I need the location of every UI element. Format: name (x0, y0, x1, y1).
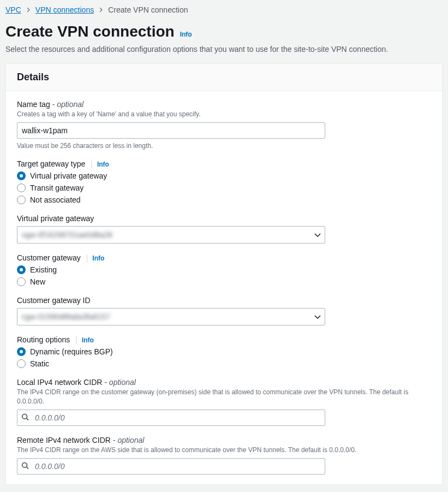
local-cidr-desc: The IPv4 CIDR range on the customer gate… (17, 388, 431, 406)
chevron-right-icon (26, 7, 31, 13)
svg-point-0 (22, 414, 27, 419)
radio-icon (17, 359, 26, 368)
field-local-ipv4-cidr: Local IPv4 network CIDR - optional The I… (17, 378, 431, 426)
radio-static[interactable]: Static (17, 359, 431, 368)
cgw-id-select-value: cgw-01590d8fa8a3fa8157 (22, 312, 110, 321)
field-customer-gateway: Customer gateway | Info Existing New (17, 253, 431, 286)
card-header: Details (6, 64, 442, 91)
field-remote-ipv4-cidr: Remote IPv4 network CIDR - optional The … (17, 436, 431, 475)
radio-label: New (30, 277, 45, 286)
radio-label: Not associated (30, 195, 81, 204)
radio-dynamic[interactable]: Dynamic (requires BGP) (17, 347, 431, 356)
info-link-page[interactable]: Info (180, 31, 192, 38)
page-title: Create VPN connection (5, 22, 175, 42)
chevron-right-icon (98, 7, 104, 13)
target-gateway-label: Target gateway type (17, 159, 85, 168)
radio-new[interactable]: New (17, 277, 431, 286)
field-name-tag: Name tag - optional Creates a tag with a… (17, 100, 431, 150)
field-routing-options: Routing options | Info Dynamic (requires… (17, 335, 431, 368)
breadcrumb-vpn-connections[interactable]: VPN connections (35, 5, 94, 14)
remote-cidr-desc: The IPv4 CIDR range on the AWS side that… (17, 446, 431, 455)
local-cidr-label: Local IPv4 network CIDR - optional (17, 378, 136, 387)
radio-icon (17, 171, 26, 180)
info-link-routing[interactable]: Info (82, 336, 94, 344)
svg-line-1 (27, 418, 29, 420)
radio-icon (17, 265, 26, 274)
card-title: Details (17, 72, 431, 83)
vpg-label: Virtual private gateway (17, 214, 94, 223)
name-tag-hint: Value must be 256 characters or less in … (17, 142, 431, 150)
radio-label: Transit gateway (30, 183, 83, 192)
vpg-select-value: vgw-0f16298701ae0d8a28 (22, 230, 112, 239)
radio-icon (17, 277, 26, 286)
customer-gateway-label: Customer gateway (17, 253, 81, 262)
page-subtitle: Select the resources and additional conf… (5, 45, 443, 54)
breadcrumb-current: Create VPN connection (108, 5, 188, 14)
name-tag-label: Name tag - optional (17, 100, 83, 109)
radio-label: Virtual private gateway (30, 171, 107, 180)
radio-virtual-private-gateway[interactable]: Virtual private gateway (17, 171, 431, 180)
name-tag-desc: Creates a tag with a key of 'Name' and a… (17, 110, 431, 119)
name-tag-input[interactable] (17, 122, 325, 139)
search-icon (21, 461, 29, 471)
radio-transit-gateway[interactable]: Transit gateway (17, 183, 431, 192)
cgw-id-label: Customer gateway ID (17, 296, 91, 305)
remote-cidr-input[interactable] (17, 458, 325, 475)
radio-label: Existing (30, 265, 57, 274)
radio-icon (17, 195, 26, 204)
radio-label: Static (30, 359, 49, 368)
breadcrumb: VPC VPN connections Create VPN connectio… (5, 5, 443, 14)
remote-cidr-label: Remote IPv4 network CIDR - optional (17, 436, 144, 444)
field-virtual-private-gateway: Virtual private gateway vgw-0f16298701ae… (17, 214, 431, 244)
radio-existing[interactable]: Existing (17, 265, 431, 274)
field-target-gateway-type: Target gateway type | Info Virtual priva… (17, 159, 431, 204)
radio-icon (17, 183, 26, 192)
routing-label: Routing options (17, 335, 70, 344)
radio-not-associated[interactable]: Not associated (17, 195, 431, 204)
info-link-customer-gateway[interactable]: Info (92, 254, 104, 262)
details-card: Details Name tag - optional Creates a ta… (5, 63, 443, 484)
breadcrumb-vpc[interactable]: VPC (5, 5, 21, 14)
radio-icon (17, 347, 26, 356)
cgw-id-select[interactable]: cgw-01590d8fa8a3fa8157 (17, 308, 325, 325)
radio-label: Dynamic (requires BGP) (30, 347, 113, 356)
search-icon (21, 413, 29, 422)
svg-line-3 (27, 467, 29, 469)
field-customer-gateway-id: Customer gateway ID cgw-01590d8fa8a3fa81… (17, 296, 431, 325)
info-link-target-gateway[interactable]: Info (97, 161, 109, 168)
svg-point-2 (22, 463, 27, 467)
vpg-select[interactable]: vgw-0f16298701ae0d8a28 (17, 226, 325, 244)
local-cidr-input[interactable] (17, 410, 325, 426)
